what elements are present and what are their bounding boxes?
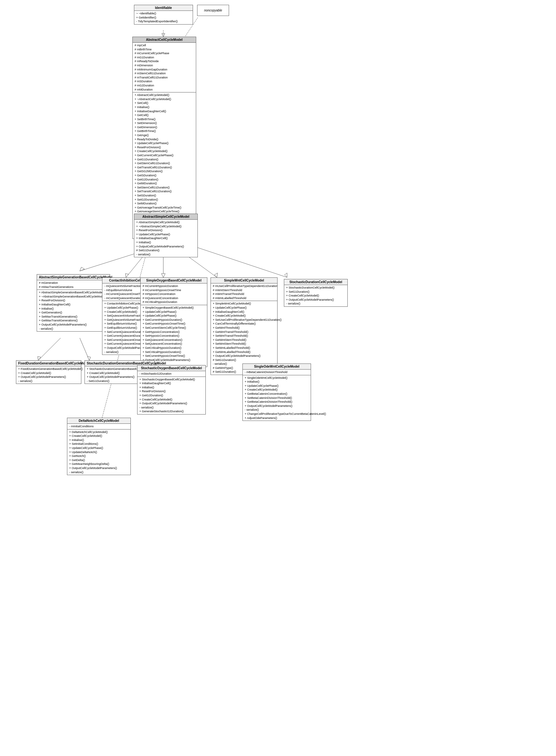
abstract-cell-cycle-model-title: AbstractCellCycleModel [133,37,196,43]
stochastic-duration-class: StochasticDurationCellCycleModel + Stoch… [284,279,348,307]
stochastic-oxygen-methods: + StochasticOxygenBasedCellCycleModel() … [137,377,205,414]
delta-notch-title: DeltaNotchCellCycleModel [67,418,131,424]
svg-marker-18 [88,357,91,360]
noncopyable-label: noncopyable [204,9,222,12]
abstract-simple-generation-based-class: AbstractSimpleGenerationBasedCellCycleMo… [37,274,110,332]
simple-wnt-title: SimpleWntCellCycleModel [211,278,277,284]
fixed-duration-gen-class: FixedDurationGenerationBasedCellCycleMod… [16,360,81,384]
abstract-cell-cycle-model-attrs: # mpCell # mBirthTime # mCurrentCellCycl… [133,43,196,93]
abstract-simple-gen-attrs: # mGeneration # mMaxTransitGenerations [37,280,110,290]
delta-notch-attrs: - mInitialConditions [67,424,131,430]
stochastic-oxygen-attrs: - mStochasticG2Duration [137,371,205,377]
simple-wnt-class: SimpleWntCellCycleModel # mUseCellProlif… [211,278,278,375]
delta-notch-methods: + DeltaNotchCellCycleModel() + CreateCel… [67,430,131,475]
svg-line-15 [38,338,61,360]
fixed-duration-gen-methods: + FixedDurationGenerationBasedCellCycleM… [16,366,81,384]
uml-diagram: Identifiable ~ ~Identifiable() + GetIden… [0,0,556,756]
svg-line-5 [80,252,140,271]
single-ode-wnt-class: SingleOdeWntCellCycleModel - mBetaCateni… [242,363,311,421]
svg-marker-14 [284,273,287,278]
stochastic-oxygen-title: StochasticOxygenBasedCellCycleModel [137,365,205,371]
simple-oxygen-attrs: # mCurrentHypoxicDuration # mCurrentHypo… [141,284,207,305]
fixed-duration-gen-title: FixedDurationGenerationBasedCellCycleMod… [16,361,81,366]
stochastic-oxygen-class: StochasticOxygenBasedCellCycleModel - mS… [137,365,206,415]
svg-marker-6 [80,267,84,271]
single-ode-wnt-methods: + SingleOdeWntCellCycleModel() + Initial… [243,375,311,421]
simple-oxygen-title: SimpleOxygenBasedCellCycleModel [141,278,207,284]
stochastic-duration-title: StochasticDurationCellCycleModel [284,279,347,285]
single-ode-wnt-title: SingleOdeWntCellCycleModel [243,364,311,369]
simple-wnt-attrs: # mUseCellProliferativeTypeDependentG1Du… [211,284,277,301]
single-ode-wnt-attrs: - mBetaCateninDivisionThreshold [243,369,311,375]
delta-notch-class: DeltaNotchCellCycleModel - mInitialCondi… [67,418,131,475]
noncopyable-class: noncopyable [197,5,229,16]
abstract-simple-cell-cycle-model-methods: + AbstractSimpleCellCycleModel() + ~Abst… [134,220,198,257]
identifiable-title: Identifiable [134,5,193,11]
simple-oxygen-class: SimpleOxygenBasedCellCycleModel # mCurre… [140,278,207,367]
abstract-cell-cycle-model-class: AbstractCellCycleModel # mpCell # mBirth… [132,37,196,239]
svg-line-13 [192,246,287,278]
abstract-simple-gen-title: AbstractSimpleGenerationBasedCellCycleMo… [37,275,110,280]
svg-marker-1 [162,34,165,37]
stochastic-duration-methods: + StochasticDurationCellCycleModel() + S… [284,285,347,307]
svg-marker-8 [125,274,129,278]
svg-line-17 [80,338,89,360]
abstract-simple-cell-cycle-model-class: AbstractSimpleCellCycleModel + AbstractS… [134,214,198,257]
identifiable-methods: ~ ~Identifiable() + GetIdentifier() - Ti… [134,11,193,24]
svg-marker-10 [162,274,165,278]
abstract-simple-cell-cycle-model-title: AbstractSimpleCellCycleModel [134,214,198,220]
abstract-simple-gen-methods: + AbstractSimpleGenerationBasedCellCycle… [37,290,110,331]
svg-marker-12 [214,273,217,278]
identifiable-class: Identifiable ~ ~Identifiable() + GetIden… [134,5,193,25]
svg-marker-16 [38,357,41,360]
simple-oxygen-methods: + SimpleOxygenBasedCellCycleModel() + Up… [141,305,207,367]
